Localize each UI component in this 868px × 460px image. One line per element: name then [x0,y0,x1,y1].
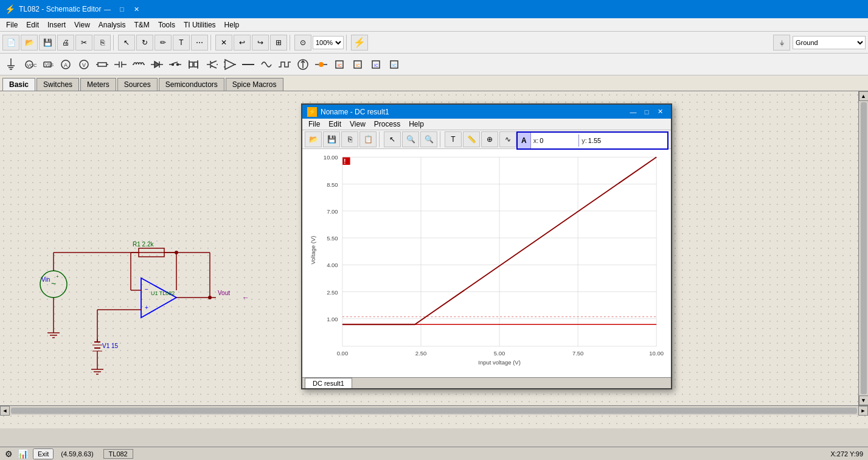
comp-opamp[interactable] [221,56,238,73]
comp-voltmeter[interactable]: V [75,56,92,73]
dc-save-button[interactable]: 💾 [323,131,340,147]
tab-semiconductors[interactable]: Semiconductors [159,78,224,91]
schematic-canvas[interactable]: ▲ ▼ ~ + Vin R1 2.2k + − [0,91,868,428]
dc-wave-button[interactable]: ∿ [499,131,516,147]
delete-button[interactable]: ✕ [215,35,232,51]
tab-basic[interactable]: Basic [2,78,35,91]
dc-menu-edit[interactable]: Edit [325,119,345,130]
maximize-button[interactable]: □ [116,3,128,15]
dc-measure-button[interactable]: 📏 [463,131,480,147]
ground-icon-btn[interactable]: ⏚ [773,35,790,51]
comp-current-src[interactable] [294,56,311,73]
svg-text:IC: IC [338,63,342,68]
comp-ammeter[interactable]: A [57,56,74,73]
comp-transformer[interactable] [185,56,202,73]
comp-diode[interactable] [148,56,165,73]
dc-maximize-button[interactable]: □ [641,106,653,118]
menu-tools[interactable]: Tools [155,19,179,30]
scroll-up-button[interactable]: ▲ [859,91,869,101]
dc-result-tab[interactable]: DC result1 [305,378,352,388]
zoom-select[interactable]: 100% 25% 50% 75% 100% 150% 200% [313,36,344,49]
scroll-left-button[interactable]: ◄ [0,406,10,416]
grid-button[interactable]: ⊞ [270,35,287,51]
text-button[interactable]: T [173,35,190,51]
comp-node-label[interactable] [313,56,330,73]
comp-pulse[interactable] [276,56,293,73]
bus-button[interactable]: ⋯ [191,35,208,51]
status-settings-icon[interactable]: ⚙ [5,449,13,459]
comp-vss[interactable]: VSS [39,56,56,73]
dc-menu-file[interactable]: File [305,119,324,130]
copy-button[interactable]: ⎘ [94,35,111,51]
comp-signal-src[interactable] [258,56,275,73]
comp-ic3[interactable]: IC [367,56,384,73]
menu-insert[interactable]: Insert [44,19,69,30]
menu-file[interactable]: File [2,19,21,30]
select-button[interactable]: ↖ [118,35,135,51]
minimize-button[interactable]: — [101,3,113,15]
menu-view[interactable]: View [71,19,94,30]
y-value-input[interactable] [588,134,625,147]
x-value-input[interactable] [540,134,576,147]
exit-button[interactable]: Exit [33,448,54,459]
svg-text:8.50: 8.50 [327,181,338,188]
menu-analysis[interactable]: Analysis [95,19,130,30]
close-button[interactable]: ✕ [130,3,142,15]
tab-indicator[interactable]: TL082 [103,449,133,459]
comp-ic1[interactable]: IC [331,56,348,73]
dc-text-button[interactable]: T [445,131,462,147]
svg-text:VSS: VSS [45,63,54,67]
print-button[interactable]: 🖨 [57,35,74,51]
ground-select[interactable]: Ground Power Signal [793,36,866,49]
scroll-right-button[interactable]: ► [858,406,868,416]
zoom-fit-button[interactable]: ⊙ [294,35,311,51]
tab-meters[interactable]: Meters [80,78,116,91]
rotate-button[interactable]: ↻ [136,35,153,51]
horizontal-scrollbar[interactable]: ◄ ► [0,405,868,415]
cut-button[interactable]: ✂ [75,35,92,51]
dc-open-button[interactable]: 📂 [305,131,322,147]
menu-ti-utilities[interactable]: TI Utilities [180,19,220,30]
dc-menu-process[interactable]: Process [370,119,404,130]
comp-vcc[interactable]: VCC [21,56,38,73]
tab-sources[interactable]: Sources [117,78,158,91]
wire-button[interactable]: ✏ [155,35,172,51]
new-button[interactable]: 📄 [2,35,19,51]
comp-ground[interactable] [2,56,19,73]
svg-text:Voltage (V): Voltage (V) [310,236,316,265]
menu-edit[interactable]: Edit [23,19,43,30]
comp-ic4[interactable]: IC [386,56,403,73]
dc-copy-button[interactable]: ⎘ [341,131,358,147]
vertical-scrollbar[interactable]: ▲ ▼ [858,91,868,405]
dc-close-button[interactable]: ✕ [654,106,666,118]
comp-resistor[interactable] [94,56,111,73]
dc-zoom-out-button[interactable]: 🔍 [402,131,419,147]
plot-svg: ! 10.00 8.50 7.00 5.5 [307,154,666,372]
dc-cursor-button[interactable]: ↖ [384,131,401,147]
tab-switches[interactable]: Switches [36,78,79,91]
menu-help[interactable]: Help [221,19,243,30]
undo-button[interactable]: ↩ [234,35,251,51]
tab-spice-macros[interactable]: Spice Macros [226,78,283,91]
v-scroll-thumb[interactable] [861,102,867,394]
save-button[interactable]: 💾 [39,35,56,51]
dc-menu-help[interactable]: Help [405,119,428,130]
comp-wire[interactable] [240,56,257,73]
dc-zoom-in-button[interactable]: 🔍 [420,131,437,147]
scroll-down-button[interactable]: ▼ [859,396,869,405]
redo-button[interactable]: ↪ [252,35,269,51]
dc-minimize-button[interactable]: — [627,106,639,118]
dc-menu-view[interactable]: View [346,119,369,130]
open-button[interactable]: 📂 [21,35,38,51]
comp-switch[interactable] [167,56,184,73]
comp-mosfet[interactable] [203,56,220,73]
comp-inductor[interactable] [130,56,147,73]
dc-paste-button[interactable]: 📋 [359,131,377,147]
menu-tm[interactable]: T&M [131,19,153,30]
comp-ic2[interactable]: IC [349,56,366,73]
svg-text:Vin: Vin [41,276,50,283]
dc-cursor2-button[interactable]: ⊕ [481,131,498,147]
h-scroll-thumb[interactable] [11,408,857,414]
probe-button[interactable]: ⚡ [351,35,368,51]
comp-capacitor[interactable] [112,56,129,73]
